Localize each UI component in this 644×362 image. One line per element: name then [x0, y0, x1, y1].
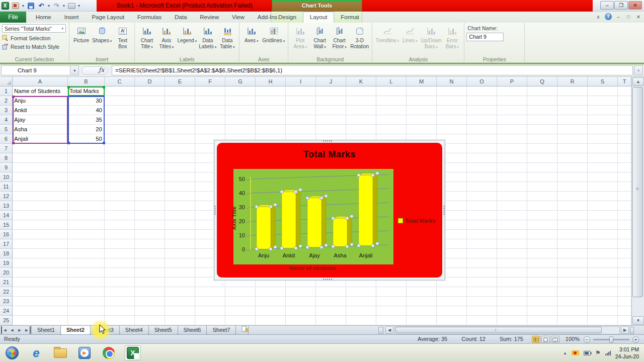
- insert-function-icon[interactable]: ƒx: [99, 66, 104, 73]
- minimize-ribbon-icon[interactable]: ∧: [595, 14, 602, 20]
- column-header-i[interactable]: I: [286, 77, 316, 86]
- sheet-tab-sheet1[interactable]: Sheet1: [31, 326, 61, 335]
- expand-formula-bar-icon[interactable]: ˅: [634, 65, 643, 75]
- stamp-dropdown-icon[interactable]: ▾: [22, 4, 24, 8]
- chart-object[interactable]: Total Marks 01020304050AnjuAnkitAjayAsha…: [214, 140, 445, 281]
- row-header-21[interactable]: 21: [0, 278, 13, 287]
- normal-view-icon[interactable]: [532, 336, 540, 343]
- column-header-c[interactable]: C: [105, 77, 135, 86]
- sheet-tab-sheet5[interactable]: Sheet5: [148, 326, 178, 335]
- bar-anju[interactable]: [257, 207, 271, 249]
- row-header-15[interactable]: 15: [0, 220, 13, 230]
- undo-dropdown-icon[interactable]: ▾: [48, 4, 50, 8]
- ribbon-button-data-labels[interactable]: DataLabels ▾: [198, 24, 217, 50]
- select-all-corner[interactable]: [0, 77, 13, 86]
- ribbon-button-axes[interactable]: Axes ▾: [242, 24, 261, 44]
- zoom-track[interactable]: [593, 339, 629, 340]
- row-header-12[interactable]: 12: [0, 192, 13, 201]
- stamp-icon[interactable]: [12, 2, 20, 10]
- tab-review[interactable]: Review: [193, 12, 225, 23]
- ribbon-button-data-table[interactable]: DataTable ▾: [217, 24, 237, 50]
- column-header-f[interactable]: F: [195, 77, 225, 86]
- print-icon[interactable]: [67, 2, 75, 10]
- sheet-tab-sheet6[interactable]: Sheet6: [178, 326, 207, 335]
- last-sheet-icon[interactable]: ▶: [24, 326, 31, 334]
- tab-file[interactable]: File: [0, 12, 26, 23]
- ribbon-button-gridlines[interactable]: Gridlines ▾: [261, 24, 286, 44]
- ribbon-button-text-box[interactable]: ATextBox: [113, 24, 132, 50]
- page-layout-view-icon[interactable]: [541, 336, 550, 343]
- bar-anjali[interactable]: [359, 175, 373, 245]
- zoom-level[interactable]: 100%: [566, 336, 580, 342]
- cell-b1[interactable]: Total Marks: [68, 86, 105, 96]
- row-header-18[interactable]: 18: [0, 249, 13, 258]
- row-header-20[interactable]: 20: [0, 268, 13, 278]
- column-header-g[interactable]: G: [225, 77, 256, 86]
- sheet-tab-sheet2[interactable]: Sheet2: [60, 326, 91, 335]
- ribbon-button-chart-title[interactable]: ChartTitle ▾: [137, 24, 156, 50]
- cell-a6[interactable]: Anjali: [13, 134, 68, 144]
- tab-splitter[interactable]: [378, 327, 383, 334]
- row-header-4[interactable]: 4: [0, 115, 13, 125]
- ribbon-button-format-selection[interactable]: Format Selection: [2, 35, 67, 41]
- row-header-14[interactable]: 14: [0, 211, 13, 220]
- row-header-7[interactable]: 7: [0, 144, 13, 153]
- doc-close-icon[interactable]: ✕: [635, 14, 642, 20]
- y-axis-title[interactable]: Axis Title: [231, 207, 237, 230]
- row-header-10[interactable]: 10: [0, 172, 13, 182]
- scroll-up-icon[interactable]: ▲: [632, 77, 644, 86]
- zoom-out-icon[interactable]: −: [584, 336, 590, 343]
- row-header-23[interactable]: 23: [0, 297, 13, 306]
- column-header-s[interactable]: S: [588, 77, 618, 86]
- row-header-13[interactable]: 13: [0, 201, 13, 211]
- tab-layout[interactable]: Layout: [303, 12, 335, 23]
- chart-title[interactable]: Total Marks: [217, 149, 442, 160]
- close-button[interactable]: ✕: [628, 1, 642, 10]
- row-header-2[interactable]: 2: [0, 96, 13, 106]
- row-header-8[interactable]: 8: [0, 153, 13, 163]
- qat-customize-icon[interactable]: ▾: [78, 4, 80, 8]
- taskbar-clock[interactable]: 3:01 PM 24-Jun-20: [615, 346, 641, 360]
- undo-icon[interactable]: ↶: [37, 2, 45, 10]
- sheet-tab-sheet4[interactable]: Sheet4: [119, 326, 149, 335]
- cell-a3[interactable]: Ankit: [13, 106, 68, 115]
- chart-name-input[interactable]: Chart 9: [466, 33, 504, 41]
- doc-restore-icon[interactable]: □: [625, 14, 632, 20]
- save-icon[interactable]: [27, 2, 35, 10]
- row-header-17[interactable]: 17: [0, 239, 13, 249]
- tab-insert[interactable]: Insert: [58, 12, 86, 23]
- sheet-tab-sheet7[interactable]: Sheet7: [206, 326, 236, 335]
- ribbon-button-picture[interactable]: Picture: [71, 24, 91, 44]
- cell-a5[interactable]: Asha: [13, 125, 68, 134]
- network-signal-icon[interactable]: [605, 351, 611, 355]
- scroll-right-icon[interactable]: ▶: [621, 326, 629, 334]
- first-sheet-icon[interactable]: ◀: [1, 326, 8, 334]
- formula-input[interactable]: =SERIES(Sheet2!$B$1,Sheet2!$A$2:$A$6,She…: [112, 65, 633, 75]
- tab-home[interactable]: Home: [29, 12, 58, 23]
- chart-frame-handle[interactable]: [214, 206, 216, 215]
- scroll-left-icon[interactable]: ◀: [385, 326, 393, 334]
- column-header-q[interactable]: Q: [527, 77, 557, 86]
- restore-button[interactable]: ❐: [614, 1, 628, 10]
- column-header-o[interactable]: O: [467, 77, 497, 86]
- cell-b3[interactable]: 40: [68, 106, 105, 115]
- zoom-thumb[interactable]: [609, 336, 613, 343]
- column-header-d[interactable]: D: [135, 77, 165, 86]
- cell-b4[interactable]: 35: [68, 115, 105, 125]
- column-header-b[interactable]: B: [68, 77, 105, 86]
- taskbar-icon-file-explorer[interactable]: [52, 345, 68, 360]
- ribbon-button-reset-to-match-style[interactable]: Reset to Match Style: [2, 43, 67, 50]
- plot-area[interactable]: 01020304050AnjuAnkitAjayAshaAnjali: [233, 169, 393, 264]
- cell-b6[interactable]: 50: [68, 134, 105, 144]
- prev-sheet-icon[interactable]: ◀: [9, 326, 16, 334]
- series-selector[interactable]: Series "Total Marks"▾: [2, 24, 66, 33]
- tab-view[interactable]: View: [225, 12, 251, 23]
- vertical-scroll-thumb[interactable]: [632, 87, 643, 297]
- chart-frame-handle[interactable]: [443, 206, 445, 215]
- chart-area[interactable]: Total Marks 01020304050AnjuAnkitAjayAsha…: [217, 143, 442, 278]
- zoom-in-icon[interactable]: +: [632, 336, 639, 343]
- ribbon-button-legend[interactable]: Legend ▾: [176, 24, 198, 44]
- ribbon-button-3-d-rotation[interactable]: 3-DRotation: [349, 24, 370, 50]
- horizontal-scroll-thumb[interactable]: [395, 327, 602, 333]
- tab-design[interactable]: Design: [272, 12, 303, 23]
